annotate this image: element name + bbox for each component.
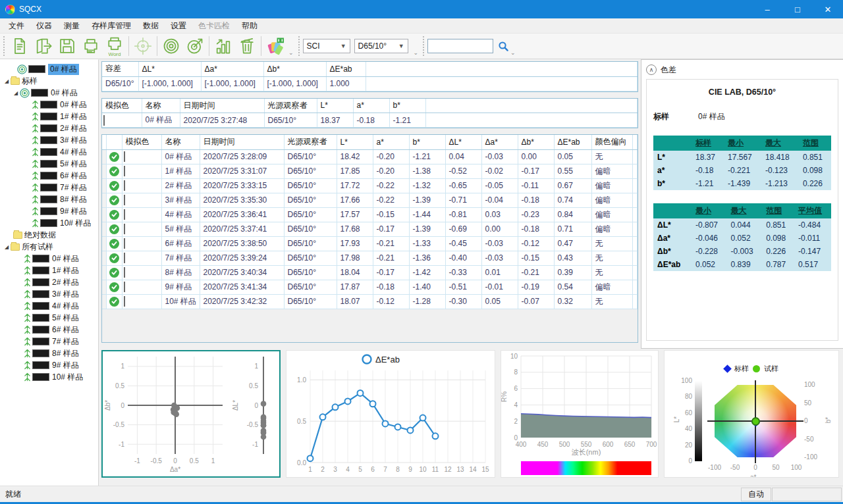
column-header[interactable]: a* xyxy=(353,99,389,113)
tree-item-standard-sample-9[interactable]: 9# 样品 xyxy=(0,205,98,217)
menu-item-仪器[interactable]: 仪器 xyxy=(30,19,58,33)
column-header[interactable]: 模拟色 xyxy=(122,135,161,149)
toolbar-overflow-icon[interactable]: ⌄ xyxy=(510,49,516,56)
toolbar-grip[interactable] xyxy=(3,36,6,56)
column-header[interactable]: Δb* xyxy=(263,62,326,76)
column-header[interactable]: 名称 xyxy=(142,99,180,113)
column-header[interactable] xyxy=(632,135,638,149)
tree-item-all-sample-5[interactable]: 5# 样品 xyxy=(0,312,98,324)
column-header[interactable]: a* xyxy=(373,135,409,149)
column-header[interactable]: ΔL* xyxy=(445,135,481,149)
lab-gamut-chart[interactable]: 标样试样100806040200L*-100-50050100a*100500-… xyxy=(664,350,839,478)
measure-standard-button[interactable] xyxy=(183,34,207,58)
table-row[interactable]: 7# 样品2020/7/25 3:39:24D65/10°17.98-0.21-… xyxy=(102,251,638,265)
tree-folder-absolute[interactable]: 绝对数据 xyxy=(0,229,98,241)
column-header[interactable]: Δa* xyxy=(201,62,263,76)
tree-item-selected-standard[interactable]: 0# 样品 xyxy=(0,63,98,75)
table-row[interactable]: 5# 样品2020/7/25 3:37:41D65/10°17.68-0.17-… xyxy=(102,222,638,236)
tree-folder-all-samples[interactable]: ◢所有试样 xyxy=(0,241,98,253)
column-header[interactable]: 容差 xyxy=(102,62,138,76)
menu-item-数据[interactable]: 数据 xyxy=(137,19,165,33)
tree-item-all-sample-0[interactable]: 0# 样品 xyxy=(0,253,98,265)
tree-item-all-sample-10[interactable]: 10# 样品 xyxy=(0,371,98,383)
tree-item-standard-sample-8[interactable]: 8# 样品 xyxy=(0,193,98,205)
table-row[interactable]: 6# 样品2020/7/25 3:38:50D65/10°17.93-0.21-… xyxy=(102,236,638,251)
menu-item-测量[interactable]: 测量 xyxy=(58,19,86,33)
column-header[interactable]: 模拟色 xyxy=(102,99,142,113)
tree-item-standard-sample-5[interactable]: 5# 样品 xyxy=(0,158,98,170)
tree-folder-standards[interactable]: ◢标样 xyxy=(0,75,98,87)
auto-mode-cell[interactable]: 自动 xyxy=(741,488,771,501)
tree-item-all-sample-7[interactable]: 7# 样品 xyxy=(0,336,98,347)
search-icon[interactable] xyxy=(498,41,509,52)
menu-item-色卡匹检[interactable]: 色卡匹检 xyxy=(192,19,236,33)
column-header[interactable]: 光源观察者 xyxy=(284,135,337,149)
tree-item-all-sample-2[interactable]: 2# 样品 xyxy=(0,276,98,288)
print-button[interactable] xyxy=(79,34,103,58)
tree-item-all-sample-6[interactable]: 6# 样品 xyxy=(0,324,98,336)
collapse-panel-icon[interactable]: ∧ xyxy=(646,64,657,75)
export-button[interactable] xyxy=(32,34,55,58)
tree-item-standard-sample-7[interactable]: 7# 样品 xyxy=(0,182,98,193)
table-row[interactable]: 2# 样品2020/7/25 3:33:15D65/10°17.72-0.22-… xyxy=(102,178,638,193)
whiteboard-calibration-button[interactable] xyxy=(131,34,155,58)
black-calibration-button[interactable] xyxy=(159,34,183,58)
column-header[interactable] xyxy=(366,62,638,76)
toolbar-grip3[interactable] xyxy=(422,36,425,56)
tree-item-all-sample-4[interactable]: 4# 样品 xyxy=(0,300,98,312)
table-row[interactable]: 10# 样品2020/7/25 3:42:32D65/10°18.07-0.12… xyxy=(102,294,638,309)
expander-icon[interactable]: ◢ xyxy=(3,78,11,84)
column-header[interactable]: Δb* xyxy=(518,135,554,149)
column-header[interactable]: b* xyxy=(409,135,445,149)
column-header[interactable]: b* xyxy=(389,99,425,113)
column-header[interactable]: 颜色偏向 xyxy=(591,135,632,149)
illuminant-select[interactable]: D65/10° ▼ xyxy=(354,39,408,53)
toolbar-grip2[interactable] xyxy=(298,36,301,56)
table-row[interactable]: 4# 样品2020/7/25 3:36:41D65/10°17.57-0.15-… xyxy=(102,207,638,222)
new-document-button[interactable] xyxy=(8,34,32,58)
save-button[interactable] xyxy=(55,34,79,58)
tolerance-grid[interactable]: 容差ΔL*Δa*Δb*ΔE*abD65/10°[-1.000, 1.000][-… xyxy=(101,61,638,92)
tree-item-standard[interactable]: ◢0# 样品 xyxy=(0,87,98,99)
samples-grid[interactable]: 模拟色名称日期时间光源观察者L*a*b*ΔL*Δa*Δb*ΔE*ab颜色偏向0#… xyxy=(101,134,638,343)
toolbar-overflow-icon[interactable]: ⌄ xyxy=(414,49,419,56)
column-header[interactable]: L* xyxy=(337,135,373,149)
table-row[interactable]: 8# 样品2020/7/25 3:40:34D65/10°18.04-0.17-… xyxy=(102,265,638,280)
column-header[interactable]: ΔL* xyxy=(138,62,201,76)
delete-button[interactable] xyxy=(235,34,259,58)
color-match-button[interactable] xyxy=(263,34,287,58)
column-header[interactable]: L* xyxy=(317,99,353,113)
column-header[interactable]: 名称 xyxy=(161,135,200,149)
standard-grid[interactable]: 模拟色名称日期时间光源观察者L*a*b*0# 样品2020/7/25 3:27:… xyxy=(101,98,638,129)
tree-item-standard-sample-3[interactable]: 3# 样品 xyxy=(0,134,98,146)
menu-item-文件[interactable]: 文件 xyxy=(3,19,30,33)
table-row[interactable]: 0# 样品2020/7/25 3:28:09D65/10°18.42-0.20-… xyxy=(102,149,638,164)
tree-item-standard-sample-10[interactable]: 10# 样品 xyxy=(0,217,98,229)
minimize-button[interactable]: – xyxy=(752,0,782,18)
tree-item-standard-sample-2[interactable]: 2# 样品 xyxy=(0,122,98,134)
menu-item-存样库管理[interactable]: 存样库管理 xyxy=(86,19,137,33)
expander-icon[interactable]: ◢ xyxy=(12,90,20,96)
column-header[interactable]: ΔE*ab xyxy=(326,62,366,76)
tree-item-all-sample-8[interactable]: 8# 样品 xyxy=(0,347,98,359)
sci-sce-select[interactable]: SCI ▼ xyxy=(303,39,350,53)
statistics-button[interactable] xyxy=(211,34,235,58)
tree-item-standard-sample-6[interactable]: 6# 样品 xyxy=(0,170,98,182)
expander-icon[interactable]: ◢ xyxy=(3,244,11,250)
tree-item-all-sample-9[interactable]: 9# 样品 xyxy=(0,359,98,371)
table-row[interactable]: 0# 样品2020/7/25 3:27:48D65/10°18.37-0.18-… xyxy=(102,113,638,128)
column-header[interactable]: Δa* xyxy=(481,135,518,149)
close-button[interactable]: ✕ xyxy=(813,0,843,18)
tree-item-all-sample-3[interactable]: 3# 样品 xyxy=(0,288,98,300)
menu-item-设置[interactable]: 设置 xyxy=(165,19,192,33)
delta-e-trend-chart[interactable]: 0.00.51.0123456789101112131415ΔE*ab xyxy=(286,350,495,478)
tree-item-standard-sample-4[interactable]: 4# 样品 xyxy=(0,146,98,158)
table-row[interactable]: 9# 样品2020/7/25 3:41:34D65/10°17.87-0.18-… xyxy=(102,280,638,294)
maximize-button[interactable]: □ xyxy=(782,0,813,18)
column-header[interactable]: 光源观察者 xyxy=(264,99,317,113)
column-header[interactable]: 日期时间 xyxy=(200,135,284,149)
dab-scatter-chart[interactable]: -1-1-0.5-0.5000.50.511Δa*Δb*ΔL*-1-0.500.… xyxy=(101,350,281,478)
tree-item-standard-sample-1[interactable]: 1# 样品 xyxy=(0,111,98,122)
menu-item-帮助[interactable]: 帮助 xyxy=(236,19,263,33)
reflectance-spectrum-chart[interactable]: 0246810400450500550600650700R%波长(nm) xyxy=(501,350,659,478)
